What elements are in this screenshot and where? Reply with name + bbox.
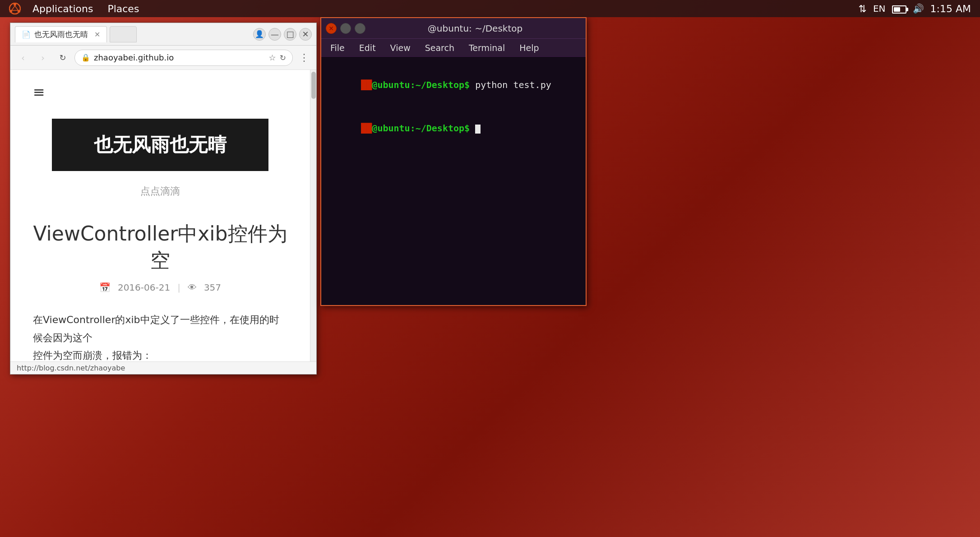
system-bar-left: Applications Places — [5, 0, 146, 17]
eye-icon: 👁 — [188, 282, 197, 293]
terminal-line-1: ██@ubuntu:~/Desktop$ python test.py — [328, 63, 578, 106]
keyboard-layout[interactable]: EN — [873, 3, 886, 14]
browser-content: ≡ 也无风雨也无晴 点点滴滴 ViewController中xib控件为空 📅 … — [10, 70, 316, 361]
terminal-menu-file[interactable]: File — [328, 42, 347, 54]
blog-title: 也无风雨也无晴 — [94, 134, 227, 156]
new-tab[interactable] — [110, 26, 137, 42]
scrollbar[interactable] — [310, 70, 316, 361]
terminal-menubar: File Edit View Search Terminal Help — [321, 39, 586, 57]
profile-button[interactable]: 👤 — [253, 28, 266, 41]
minimize-button[interactable]: — — [268, 28, 281, 41]
terminal-minimize-button[interactable] — [340, 23, 351, 34]
page-icon: 📄 — [22, 30, 31, 39]
blog-subtitle: 点点滴滴 — [33, 185, 287, 198]
terminal-body: ██@ubuntu:~/Desktop$ python test.py ██@u… — [321, 57, 586, 305]
calendar-icon: 📅 — [99, 282, 111, 293]
browser-status-bar: http://blog.csdn.net/zhaoyabe — [10, 361, 316, 374]
more-button[interactable]: ⋮ — [296, 50, 312, 65]
article-body-line1: 在ViewController的xib中定义了一些控件，在使用的时候会因为这个 — [33, 311, 287, 347]
back-button[interactable]: ‹ — [15, 50, 31, 66]
refresh-button[interactable]: ↻ — [55, 50, 71, 66]
hamburger-menu[interactable]: ≡ — [33, 83, 287, 101]
blog-title-box: 也无风雨也无晴 — [52, 119, 268, 171]
tab-bar: 📄 也无风雨也无晴 ✕ — [15, 26, 250, 42]
terminal-menu-edit[interactable]: Edit — [356, 42, 379, 54]
prompt-green-1: @ubuntu:~/Desktop$ — [372, 79, 470, 90]
tab-title: 也无风雨也无晴 — [34, 29, 88, 40]
browser-page: ≡ 也无风雨也无晴 点点滴滴 ViewController中xib控件为空 📅 … — [10, 70, 310, 361]
volume-icon[interactable]: 🔊 — [913, 3, 924, 14]
divider: | — [177, 282, 180, 293]
article-body: 在ViewController的xib中定义了一些控件，在使用的时候会因为这个 … — [33, 311, 287, 361]
article-title: ViewController中xib控件为空 — [33, 221, 287, 274]
terminal-titlebar: ✕ @ubuntu: ~/Desktop — [321, 18, 586, 39]
window-controls: 👤 — □ ✕ — [253, 28, 312, 41]
sort-icon: ⇅ — [859, 3, 867, 14]
prompt-red-2: ██ — [361, 123, 372, 134]
clock: 1:15 AM — [930, 3, 971, 14]
article-meta: 📅 2016-06-21 | 👁 357 — [33, 282, 287, 293]
terminal-maximize-button[interactable] — [355, 23, 365, 34]
browser-titlebar: 📄 也无风雨也无晴 ✕ 👤 — □ ✕ — [10, 23, 316, 46]
terminal-menu-view[interactable]: View — [388, 42, 413, 54]
browser-navbar: ‹ › ↻ 🔒 zhaoyabei.github.io ☆ ↻ ⋮ — [10, 46, 316, 70]
browser-window: 📄 也无风雨也无晴 ✕ 👤 — □ ✕ ‹ › ↻ 🔒 zhaoyabei.gi… — [10, 23, 317, 375]
system-bar-right: ⇅ EN 🔊 1:15 AM — [859, 3, 975, 14]
address-bar[interactable]: 🔒 zhaoyabei.github.io ☆ ↻ — [74, 50, 293, 66]
applications-menu[interactable]: Applications — [25, 0, 100, 17]
lock-icon: 🔒 — [81, 53, 90, 62]
ubuntu-logo[interactable] — [5, 0, 25, 17]
terminal-line-2: ██@ubuntu:~/Desktop$ — [328, 106, 578, 150]
places-menu[interactable]: Places — [100, 0, 146, 17]
prompt-green-2: @ubuntu:~/Desktop$ — [372, 123, 470, 134]
terminal-title: @ubuntu: ~/Desktop — [369, 23, 581, 34]
status-url: http://blog.csdn.net/zhaoyabe — [17, 364, 125, 372]
address-text: zhaoyabei.github.io — [94, 53, 265, 62]
battery-icon — [892, 3, 906, 14]
article-date: 2016-06-21 — [118, 282, 170, 293]
forward-button[interactable]: › — [35, 50, 51, 66]
system-bar: Applications Places ⇅ EN 🔊 1:15 AM — [0, 0, 980, 17]
command-1: python test.py — [470, 79, 551, 90]
page-content: ≡ 也无风雨也无晴 点点滴滴 ViewController中xib控件为空 📅 … — [10, 70, 310, 361]
prompt-red-1: ██ — [361, 79, 372, 90]
terminal-menu-search[interactable]: Search — [422, 42, 457, 54]
article-body-line2: 控件为空而崩溃，报错为： — [33, 347, 287, 361]
terminal-window: ✕ @ubuntu: ~/Desktop File Edit View Sear… — [320, 17, 587, 306]
terminal-cursor — [475, 125, 481, 134]
terminal-menu-help[interactable]: Help — [517, 42, 541, 54]
active-tab[interactable]: 📄 也无风雨也无晴 ✕ — [15, 26, 107, 42]
command-2 — [470, 123, 475, 134]
scrollbar-thumb[interactable] — [311, 72, 316, 99]
bookmark-icon[interactable]: ☆ — [269, 53, 276, 62]
refresh-small-icon[interactable]: ↻ — [280, 53, 286, 62]
terminal-close-button[interactable]: ✕ — [326, 23, 337, 34]
tab-close-icon[interactable]: ✕ — [94, 30, 100, 39]
close-button[interactable]: ✕ — [299, 28, 312, 41]
article-views: 357 — [204, 282, 221, 293]
terminal-menu-terminal[interactable]: Terminal — [466, 42, 508, 54]
maximize-button[interactable]: □ — [284, 28, 296, 41]
